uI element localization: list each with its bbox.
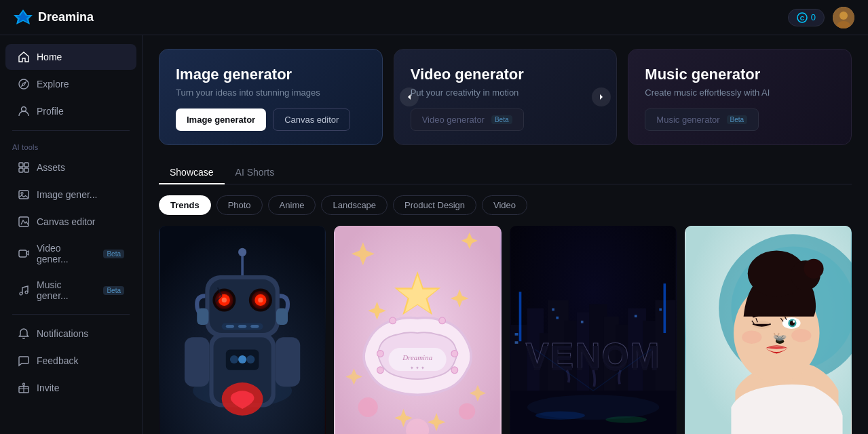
tab-ai-shorts[interactable]: AI Shorts xyxy=(225,161,286,184)
svg-point-61 xyxy=(390,317,396,324)
svg-rect-91 xyxy=(634,315,637,317)
svg-rect-40 xyxy=(276,309,288,325)
svg-point-48 xyxy=(246,355,254,363)
svg-point-115 xyxy=(791,329,811,342)
svg-rect-101 xyxy=(663,283,666,333)
video-gen-buttons: Video generator Beta xyxy=(411,108,601,131)
sidebar-item-invite[interactable]: Invite xyxy=(5,375,136,401)
generator-cards: Image generator Turn your ideas into stu… xyxy=(159,49,852,145)
svg-text:Dreamina: Dreamina xyxy=(402,353,432,361)
music-gen-buttons: Music generator Beta xyxy=(645,108,835,131)
video-generator-button[interactable]: Video generator Beta xyxy=(411,108,524,131)
image-gen-title: Image generator xyxy=(176,66,366,83)
message-icon xyxy=(18,355,30,367)
video-beta-badge: Beta xyxy=(103,250,124,258)
svg-text:C: C xyxy=(800,15,805,22)
sidebar-item-canvas[interactable]: Canvas editor xyxy=(5,209,136,235)
grid-icon xyxy=(18,161,30,174)
svg-rect-100 xyxy=(518,292,521,341)
music-generator-card: Music generator Create music effortlessl… xyxy=(628,49,852,145)
sidebar-item-feedback[interactable]: Feedback xyxy=(5,348,136,374)
svg-point-62 xyxy=(439,317,446,324)
sidebar-item-explore[interactable]: Explore xyxy=(5,71,136,97)
image-icon xyxy=(18,189,30,201)
image-generator-button[interactable]: Image generator xyxy=(176,108,266,131)
image-grid: Dreamina ✦ ✦ ✦ xyxy=(159,226,852,434)
credits-count: 0 xyxy=(811,12,816,22)
image-gen-subtitle: Turn your ideas into stunning images xyxy=(176,87,366,98)
sidebar-item-image-gen[interactable]: Image gener... xyxy=(5,182,136,208)
svg-rect-87 xyxy=(514,341,518,344)
music-generator-button[interactable]: Music generator Beta xyxy=(645,108,759,131)
sidebar-item-music-gen[interactable]: Music gener... Beta xyxy=(5,273,136,308)
svg-point-30 xyxy=(238,248,246,256)
compass-icon xyxy=(18,78,30,90)
logo[interactable]: Dreamina xyxy=(14,8,94,27)
svg-point-113 xyxy=(793,320,795,323)
credits-badge[interactable]: C 0 xyxy=(788,9,825,26)
music-gen-title: Music generator xyxy=(645,66,835,83)
sidebar-item-profile[interactable]: Profile xyxy=(5,98,136,124)
sidebar-item-assets[interactable]: Assets xyxy=(5,155,136,180)
layout: Home Explore Profile AI tools xyxy=(0,35,868,434)
svg-rect-86 xyxy=(514,333,518,336)
svg-rect-24 xyxy=(185,337,209,387)
svg-rect-92 xyxy=(659,309,662,311)
svg-point-34 xyxy=(222,298,227,302)
svg-rect-12 xyxy=(24,168,29,172)
image-card-venom[interactable]: VENOM VENOM VENOM xyxy=(510,226,677,434)
sidebar: Home Explore Profile AI tools xyxy=(0,35,143,434)
sidebar-section-ai-tools: AI tools xyxy=(0,136,142,154)
tab-showcase[interactable]: Showcase xyxy=(159,161,225,184)
topbar-right: C 0 xyxy=(788,7,854,28)
sidebar-divider-2 xyxy=(12,314,130,315)
video-gen-subtitle: Put your creativity in motion xyxy=(411,87,601,98)
svg-point-95 xyxy=(535,412,585,420)
sidebar-item-video-gen[interactable]: Video gener... Beta xyxy=(5,236,136,271)
filter-photo[interactable]: Photo xyxy=(216,195,263,215)
svg-rect-43 xyxy=(238,325,246,328)
svg-point-14 xyxy=(21,193,23,195)
svg-rect-11 xyxy=(19,168,23,172)
video-card-next[interactable] xyxy=(592,87,611,106)
sidebar-item-home[interactable]: Home xyxy=(5,44,136,70)
svg-point-46 xyxy=(230,355,238,363)
canvas-icon xyxy=(18,216,30,228)
dreamina-logo-icon xyxy=(14,8,33,27)
coin-icon: C xyxy=(797,12,808,23)
user-icon xyxy=(18,105,30,117)
filter-pills: Trends Photo Anime Landscape Product Des… xyxy=(159,195,852,215)
topbar: Dreamina C 0 xyxy=(0,0,868,35)
canvas-editor-button[interactable]: Canvas editor xyxy=(273,108,350,131)
filter-video[interactable]: Video xyxy=(482,195,527,215)
svg-rect-44 xyxy=(250,325,259,328)
video-icon xyxy=(18,248,30,260)
svg-point-58 xyxy=(377,367,384,374)
image-card-robot[interactable] xyxy=(159,226,326,434)
svg-rect-16 xyxy=(19,250,26,257)
video-card-prev[interactable] xyxy=(400,87,419,106)
sidebar-item-notifications[interactable]: Notifications xyxy=(5,321,136,347)
image-card-dreamina[interactable]: Dreamina ✦ ✦ ✦ xyxy=(334,226,501,434)
filter-product-design[interactable]: Product Design xyxy=(393,195,476,215)
video-card-beta: Beta xyxy=(491,115,512,124)
image-generator-card: Image generator Turn your ideas into stu… xyxy=(159,49,383,145)
svg-point-7 xyxy=(19,79,29,89)
filter-anime[interactable]: Anime xyxy=(268,195,316,215)
svg-point-60 xyxy=(451,367,458,374)
gift-icon xyxy=(18,382,30,394)
filter-landscape[interactable]: Landscape xyxy=(321,195,388,215)
image-card-portrait[interactable] xyxy=(685,226,852,434)
svg-rect-42 xyxy=(226,325,234,328)
music-card-beta: Beta xyxy=(727,115,748,124)
svg-rect-10 xyxy=(24,163,29,167)
showcase-tabs: Showcase AI Shorts xyxy=(159,161,852,184)
home-icon xyxy=(18,51,30,63)
svg-text:✦ ✦ ✦: ✦ ✦ ✦ xyxy=(410,365,425,371)
svg-rect-90 xyxy=(580,321,583,323)
svg-point-69 xyxy=(358,397,378,417)
filter-trends[interactable]: Trends xyxy=(159,195,211,215)
user-avatar[interactable] xyxy=(833,7,854,28)
svg-point-108 xyxy=(804,259,823,279)
svg-point-38 xyxy=(258,298,263,302)
